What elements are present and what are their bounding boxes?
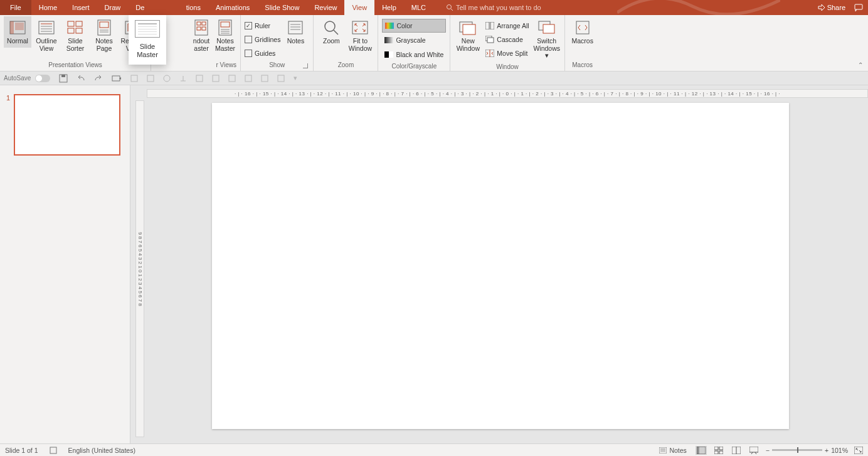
share-button[interactable]: Share bbox=[817, 4, 845, 11]
svg-point-53 bbox=[164, 75, 170, 82]
dialog-launcher-icon[interactable] bbox=[303, 63, 308, 68]
tab-review[interactable]: Review bbox=[307, 0, 344, 15]
tab-design[interactable]: De bbox=[128, 0, 152, 15]
vertical-ruler[interactable]: 9 8 7 6 5 4 3 2 1 0 1 2 3 4 5 6 7 8 bbox=[135, 100, 144, 437]
qat-icon-5[interactable] bbox=[196, 75, 203, 82]
tab-animations[interactable]: Animations bbox=[208, 0, 257, 15]
switch-windows-button[interactable]: Switch Windows ▾ bbox=[533, 16, 561, 62]
group-label-master-views: r Views bbox=[155, 60, 236, 71]
slideshow-status-icon bbox=[749, 447, 758, 454]
notes-master-label: Notes Master bbox=[215, 38, 235, 52]
slide-canvas[interactable] bbox=[212, 103, 789, 429]
tab-mlc[interactable]: MLC bbox=[404, 0, 433, 15]
arrange-all-button[interactable]: Arrange All bbox=[483, 19, 531, 33]
slide-master-label: SlideMaster bbox=[137, 43, 158, 58]
slide-thumbnail-panel[interactable]: 1 bbox=[0, 85, 130, 443]
group-show: ✓Ruler Gridlines Guides Notes Show bbox=[241, 15, 314, 71]
zoom-out-button[interactable]: − bbox=[766, 447, 770, 454]
svg-rect-5 bbox=[15, 23, 24, 30]
color-swatch-icon bbox=[385, 23, 394, 29]
slide-edit-area[interactable]: · | · 16 · | · 15 · | · 14 · | · 13 · | … bbox=[130, 85, 868, 443]
tab-file[interactable]: File bbox=[0, 0, 31, 15]
grayscale-button[interactable]: Grayscale bbox=[382, 33, 446, 47]
qat-icon-9[interactable] bbox=[261, 75, 268, 82]
tab-draw[interactable]: Draw bbox=[97, 0, 129, 15]
redo-icon[interactable] bbox=[94, 74, 103, 83]
macros-label: Macros bbox=[571, 38, 593, 45]
tab-insert[interactable]: Insert bbox=[65, 0, 97, 15]
color-button[interactable]: Color bbox=[382, 19, 446, 33]
qat-icon-3[interactable] bbox=[163, 75, 171, 82]
tab-home[interactable]: Home bbox=[31, 0, 65, 15]
work-area: 1 · | · 16 · | · 15 · | · 14 · | · 13 · … bbox=[0, 85, 868, 443]
tell-me-search[interactable]: Tell me what you want to do bbox=[446, 4, 541, 11]
reading-view-status-button[interactable] bbox=[731, 446, 742, 455]
qat-icon-4[interactable] bbox=[179, 75, 187, 82]
gridlines-checkbox[interactable]: Gridlines bbox=[245, 33, 280, 46]
fit-to-window-status-button[interactable] bbox=[854, 447, 863, 454]
notes-page-button[interactable]: Notes Page bbox=[90, 16, 118, 55]
autosave-toggle[interactable]: AutoSave bbox=[4, 75, 50, 82]
slide-sorter-button[interactable]: Slide Sorter bbox=[61, 16, 89, 55]
svg-rect-13 bbox=[68, 28, 74, 33]
outline-view-button[interactable]: Outline View bbox=[33, 16, 60, 55]
group-label-presentation-views: Presentation Views bbox=[4, 60, 147, 71]
slideshow-status-button[interactable] bbox=[748, 446, 760, 455]
save-icon[interactable] bbox=[59, 74, 68, 83]
qat-icon-6[interactable] bbox=[212, 75, 220, 82]
tab-slideshow[interactable]: Slide Show bbox=[257, 0, 307, 15]
zoom-button[interactable]: Zoom bbox=[317, 16, 345, 48]
notes-toggle-label: Notes bbox=[669, 447, 686, 454]
zoom-controls: − + 101% bbox=[766, 447, 848, 454]
qat-icon-1[interactable] bbox=[130, 75, 138, 82]
move-split-icon bbox=[485, 50, 494, 57]
slide-thumbnail-1[interactable]: 1 bbox=[6, 94, 124, 156]
status-left: Slide 1 of 1 English (United States) bbox=[5, 447, 135, 454]
reading-view-status-icon bbox=[732, 447, 741, 454]
group-color-grayscale: Color Grayscale Black and White Color/Gr… bbox=[378, 15, 450, 71]
black-white-button[interactable]: Black and White bbox=[382, 48, 446, 61]
zoom-in-button[interactable]: + bbox=[825, 447, 828, 454]
svg-rect-2 bbox=[855, 4, 862, 9]
svg-rect-50 bbox=[112, 76, 120, 81]
svg-rect-51 bbox=[131, 75, 137, 82]
normal-view-button[interactable]: Normal bbox=[4, 16, 31, 48]
comments-icon[interactable] bbox=[854, 4, 863, 11]
guides-checkbox[interactable]: Guides bbox=[245, 46, 280, 60]
collapse-ribbon-button[interactable]: ⌃ bbox=[858, 61, 863, 68]
cascade-button[interactable]: Cascade bbox=[483, 33, 531, 46]
move-split-button[interactable]: Move Split bbox=[483, 46, 531, 60]
ruler-checkbox[interactable]: ✓Ruler bbox=[245, 19, 280, 33]
new-window-button[interactable]: New Window bbox=[454, 16, 482, 55]
group-label-color-grayscale: Color/Grayscale bbox=[382, 61, 446, 72]
notes-master-button[interactable]: Notes Master bbox=[214, 16, 236, 55]
tab-transitions[interactable]: tions bbox=[179, 0, 208, 15]
normal-view-status-button[interactable] bbox=[696, 446, 707, 455]
slide-master-tooltip[interactable]: SlideMaster bbox=[129, 15, 166, 65]
tab-help[interactable]: Help bbox=[374, 0, 404, 15]
svg-rect-21 bbox=[197, 22, 201, 25]
qat-icon-7[interactable] bbox=[228, 75, 236, 82]
svg-rect-22 bbox=[202, 22, 206, 25]
accessibility-icon[interactable] bbox=[50, 447, 57, 454]
macros-button[interactable]: Macros bbox=[569, 16, 596, 48]
svg-line-1 bbox=[451, 9, 453, 11]
tab-view[interactable]: View bbox=[344, 0, 374, 15]
from-beginning-icon[interactable] bbox=[112, 74, 122, 83]
qat-icon-8[interactable] bbox=[245, 75, 252, 82]
handout-master-button[interactable]: ndout aster bbox=[190, 16, 213, 55]
qat-icon-10[interactable] bbox=[277, 75, 285, 82]
notes-button[interactable]: Notes bbox=[282, 16, 309, 48]
language-status[interactable]: English (United States) bbox=[68, 447, 135, 454]
slide-counter[interactable]: Slide 1 of 1 bbox=[5, 447, 38, 454]
zoom-level[interactable]: 101% bbox=[831, 447, 848, 454]
sorter-view-status-button[interactable] bbox=[713, 446, 724, 455]
handout-master-label: ndout aster bbox=[191, 38, 211, 52]
notes-toggle[interactable]: Notes bbox=[657, 445, 689, 455]
undo-icon[interactable] bbox=[77, 74, 85, 83]
horizontal-ruler[interactable]: · | · 16 · | · 15 · | · 14 · | · 13 · | … bbox=[147, 89, 868, 98]
fit-to-window-button[interactable]: Fit to Window bbox=[346, 16, 374, 55]
qat-customize-caret[interactable]: ▾ bbox=[294, 74, 297, 82]
qat-icon-2[interactable] bbox=[147, 75, 154, 82]
zoom-slider[interactable] bbox=[772, 449, 822, 451]
